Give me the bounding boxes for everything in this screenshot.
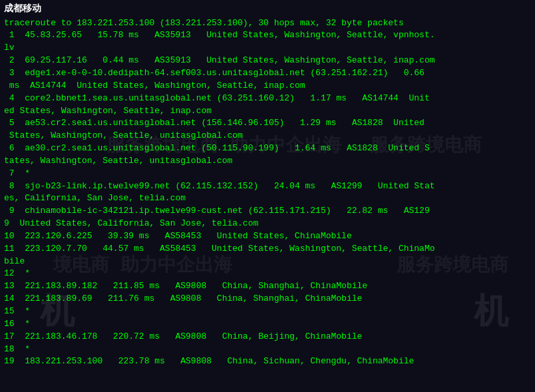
traceroute-line: 10 223.120.6.225 39.39 ms AS58453 United… [4,230,531,243]
traceroute-line: 16 * [4,318,531,331]
traceroute-line: traceroute to 183.221.253.100 (183.221.2… [4,17,531,30]
traceroute-line: 2 69.25.117.16 0.44 ms AS35913 United St… [4,55,531,67]
traceroute-line: 13 221.183.89.182 211.85 ms AS9808 China… [4,280,531,293]
traceroute-output: traceroute to 183.221.253.100 (183.221.2… [4,17,531,369]
traceroute-line: 18 * [4,343,531,356]
traceroute-line: 9 chinamobile-ic-342121.ip.twelve99-cust… [4,205,531,230]
traceroute-line: 12 * [4,268,531,280]
traceroute-line: 8 sjo-b23-link.ip.twelve99.net (62.115.1… [4,180,531,206]
traceroute-line: 5 ae53.cr2.sea1.us.unitasglobal.net (156… [4,117,531,142]
terminal-window: 成都移动 traceroute to 183.221.253.100 (183.… [0,0,535,392]
traceroute-line: 1 45.83.25.65 15.78 ms AS35913 United St… [4,29,531,55]
traceroute-line: 14 221.183.89.69 211.76 ms AS9808 China,… [4,293,531,305]
window-title: 成都移动 [4,3,531,16]
traceroute-line: 4 core2.bbnet1.sea.us.unitasglobal.net (… [4,93,531,118]
traceroute-line: 3 edge1.xe-0-0-10.dedipath-64.sef003.us.… [4,67,531,93]
traceroute-line: 11 223.120.7.70 44.57 ms AS58453 United … [4,243,531,268]
traceroute-line: 17 221.183.46.178 220.72 ms AS9808 China… [4,331,531,343]
traceroute-line: 6 ae30.cr2.sea1.us.unitasglobal.net (50.… [4,142,531,168]
traceroute-line: 7 * [4,168,531,180]
traceroute-line: 15 * [4,305,531,318]
traceroute-line: 19 183.221.253.100 223.78 ms AS9808 Chin… [4,355,531,368]
